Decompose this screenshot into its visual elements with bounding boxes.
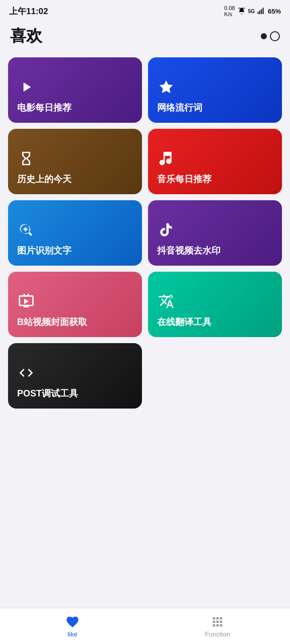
nav-function[interactable]: Function xyxy=(145,615,290,638)
tv-icon xyxy=(17,292,35,310)
card-history[interactable]: 历史上的今天 xyxy=(8,129,142,194)
code-icon xyxy=(17,364,35,382)
dot-active xyxy=(261,33,267,39)
alarm-icon xyxy=(238,7,246,15)
dot-inactive xyxy=(270,31,280,41)
svg-rect-3 xyxy=(263,8,264,14)
card-douyin[interactable]: 抖音视频去水印 xyxy=(148,200,282,266)
play-icon xyxy=(17,78,35,96)
status-time: 上午11:02 xyxy=(9,6,48,17)
card-douyin-label: 抖音视频去水印 xyxy=(157,245,273,257)
network-status: 5G xyxy=(248,9,255,14)
nav-function-label: Function xyxy=(205,630,230,638)
battery-level: 65% xyxy=(268,8,281,15)
card-post-label: POST调试工具 xyxy=(17,388,133,399)
star-icon xyxy=(157,78,175,96)
svg-rect-2 xyxy=(261,9,262,14)
music-icon xyxy=(157,149,175,168)
svg-rect-1 xyxy=(259,11,260,14)
card-trending[interactable]: 网络流行词 xyxy=(148,57,282,123)
card-bilibili-label: B站视频封面获取 xyxy=(17,316,133,328)
card-music-label: 音乐每日推荐 xyxy=(157,174,273,185)
nav-like-label: like xyxy=(67,630,78,638)
status-bar: 上午11:02 0.08K/s 5G 65% xyxy=(0,0,290,20)
card-trending-label: 网络流行词 xyxy=(157,102,273,114)
card-ocr[interactable]: 图片识别文字 xyxy=(8,200,142,266)
search-image-icon xyxy=(17,221,35,239)
card-translate-label: 在线翻译工具 xyxy=(157,316,273,328)
card-music[interactable]: 音乐每日推荐 xyxy=(148,129,282,194)
svg-text:A: A xyxy=(170,296,172,299)
card-bilibili[interactable]: B站视频封面获取 xyxy=(8,272,142,337)
card-post[interactable]: POST调试工具 xyxy=(8,343,142,409)
card-movie[interactable]: 电影每日推荐 xyxy=(8,57,142,123)
card-translate[interactable]: A 在线翻译工具 xyxy=(148,272,282,337)
tiktok-icon xyxy=(157,221,175,239)
header-pagination xyxy=(261,31,280,41)
page-title: 喜欢 xyxy=(10,25,42,47)
apps-icon xyxy=(210,615,225,629)
card-movie-label: 电影每日推荐 xyxy=(17,102,133,114)
status-icons: 0.08K/s 5G 65% xyxy=(224,5,281,17)
card-history-label: 历史上的今天 xyxy=(17,174,133,185)
nav-like[interactable]: like xyxy=(0,615,145,638)
translate-icon: A xyxy=(157,292,175,310)
header: 喜欢 xyxy=(0,20,290,54)
svg-rect-0 xyxy=(258,12,259,14)
card-grid: 电影每日推荐 网络流行词 历史上的今天 音乐每日推荐 图片识别文字 抖音视频去水… xyxy=(0,54,290,417)
hourglass-icon xyxy=(17,149,35,168)
net-speed-icon: 0.08K/s xyxy=(224,5,235,17)
card-ocr-label: 图片识别文字 xyxy=(17,245,133,257)
signal-icon xyxy=(257,7,265,15)
heart-icon xyxy=(65,615,80,629)
bottom-nav: like Function xyxy=(0,608,290,644)
